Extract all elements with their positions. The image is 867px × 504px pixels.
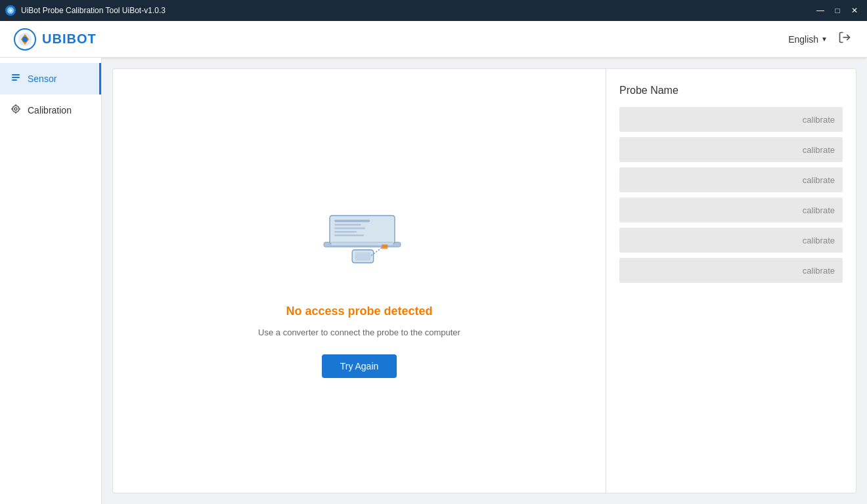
svg-point-3 xyxy=(22,37,28,42)
title-bar-left: UiBot Probe Calibration Tool UiBot-v1.0.… xyxy=(5,5,166,16)
logo-area: UBIBOT xyxy=(13,28,97,51)
svg-rect-6 xyxy=(12,77,20,78)
svg-rect-19 xyxy=(334,231,357,233)
header-right: English ▼ xyxy=(788,28,854,50)
svg-rect-20 xyxy=(334,234,364,236)
title-bar: UiBot Probe Calibration Tool UiBot-v1.0.… xyxy=(0,0,867,21)
logo-icon xyxy=(13,28,37,51)
sidebar-item-sensor[interactable]: Sensor xyxy=(0,63,101,94)
probe-name-label: Probe Name xyxy=(619,85,843,96)
left-panel: No access probe detected Use a converter… xyxy=(113,69,606,493)
no-probe-text: No access probe detected xyxy=(286,304,432,318)
calibrate-label-1: calibrate xyxy=(803,115,835,125)
close-button[interactable]: ✕ xyxy=(847,3,862,18)
sidebar-sensor-label: Sensor xyxy=(28,74,56,84)
calibrate-label-4: calibrate xyxy=(803,205,835,215)
svg-rect-7 xyxy=(12,79,17,81)
calibrate-row-6: calibrate xyxy=(619,258,843,283)
svg-rect-16 xyxy=(334,220,370,222)
logout-button[interactable] xyxy=(835,28,854,50)
svg-rect-25 xyxy=(382,244,388,248)
try-again-button[interactable]: Try Again xyxy=(322,354,397,378)
language-selector[interactable]: English ▼ xyxy=(788,34,828,45)
app-header: UBIBOT English ▼ xyxy=(0,21,867,58)
app-container: UBIBOT English ▼ xyxy=(0,21,867,504)
maximize-button[interactable]: □ xyxy=(830,3,845,18)
title-bar-title: UiBot Probe Calibration Tool UiBot-v1.0.… xyxy=(21,6,166,15)
device-illustration xyxy=(300,184,418,289)
minimize-button[interactable]: — xyxy=(813,3,828,18)
list-icon xyxy=(11,72,21,85)
logout-icon xyxy=(838,31,851,44)
instruction-text: Use a converter to connect the probe to … xyxy=(258,326,460,339)
language-label: English xyxy=(788,34,818,45)
calibrate-row-1: calibrate xyxy=(619,107,843,132)
svg-point-8 xyxy=(12,106,19,112)
svg-rect-23 xyxy=(355,252,370,261)
calibrate-label-2: calibrate xyxy=(803,145,835,155)
chevron-down-icon: ▼ xyxy=(821,35,828,43)
svg-rect-17 xyxy=(334,224,361,226)
svg-point-9 xyxy=(14,108,17,110)
calibrate-row-3: calibrate xyxy=(619,167,843,192)
app-icon xyxy=(5,5,16,16)
calibrate-row-4: calibrate xyxy=(619,198,843,222)
calibrate-label-5: calibrate xyxy=(803,236,835,245)
svg-rect-18 xyxy=(334,227,365,229)
sidebar: Sensor Calibration xyxy=(0,58,102,504)
logo-text: UBIBOT xyxy=(42,32,97,47)
calibrate-row-2: calibrate xyxy=(619,137,843,162)
content-area: No access probe detected Use a converter… xyxy=(112,68,856,494)
calibration-icon xyxy=(11,104,21,117)
main-layout: Sensor Calibration xyxy=(0,58,867,504)
svg-rect-5 xyxy=(12,74,20,75)
right-panel: Probe Name calibrate calibrate calibrate… xyxy=(606,69,856,493)
sidebar-item-calibration[interactable]: Calibration xyxy=(0,94,101,126)
title-bar-controls: — □ ✕ xyxy=(813,3,862,18)
calibrate-label-6: calibrate xyxy=(803,266,835,276)
sidebar-calibration-label: Calibration xyxy=(28,105,72,116)
calibrate-row-5: calibrate xyxy=(619,228,843,253)
calibrate-label-3: calibrate xyxy=(803,175,835,185)
